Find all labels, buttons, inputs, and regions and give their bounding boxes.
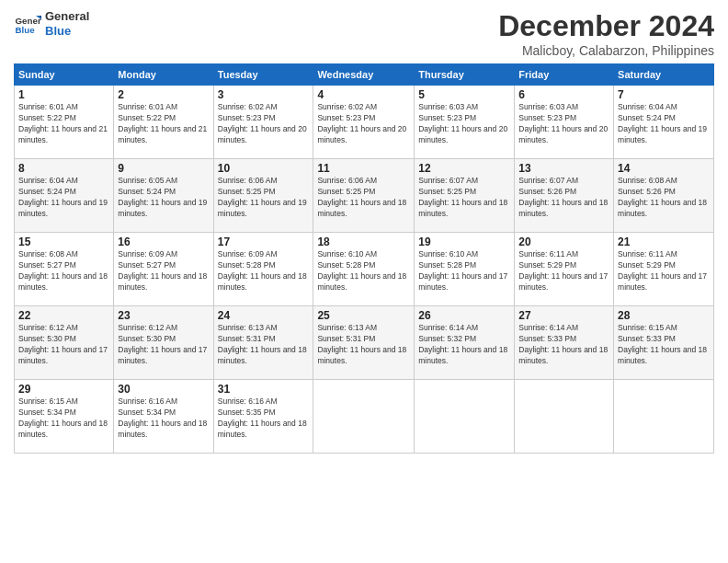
sunset-label: Sunset: 5:26 PM bbox=[618, 187, 676, 196]
day-number: 6 bbox=[518, 88, 609, 101]
calendar-cell: 30 Sunrise: 6:16 AM Sunset: 5:34 PM Dayl… bbox=[114, 380, 213, 454]
day-number: 5 bbox=[418, 88, 510, 101]
day-number: 1 bbox=[18, 88, 109, 101]
day-info: Sunrise: 6:09 AM Sunset: 5:27 PM Dayligh… bbox=[118, 249, 209, 293]
calendar-week-row: 22 Sunrise: 6:12 AM Sunset: 5:30 PM Dayl… bbox=[15, 306, 714, 380]
calendar-cell bbox=[515, 380, 614, 454]
daylight-label: Daylight: 11 hours and 21 minutes. bbox=[118, 124, 207, 144]
calendar-cell: 29 Sunrise: 6:15 AM Sunset: 5:34 PM Dayl… bbox=[15, 380, 114, 454]
calendar-week-row: 15 Sunrise: 6:08 AM Sunset: 5:27 PM Dayl… bbox=[15, 233, 714, 306]
calendar-cell: 14 Sunrise: 6:08 AM Sunset: 5:26 PM Dayl… bbox=[614, 159, 714, 233]
daylight-label: Daylight: 11 hours and 18 minutes. bbox=[218, 271, 307, 292]
logo-icon: General Blue bbox=[14, 10, 41, 38]
daylight-label: Daylight: 11 hours and 18 minutes. bbox=[218, 419, 307, 439]
day-info: Sunrise: 6:01 AM Sunset: 5:22 PM Dayligh… bbox=[118, 102, 209, 146]
sunset-label: Sunset: 5:22 PM bbox=[118, 113, 176, 122]
sunrise-label: Sunrise: 6:10 AM bbox=[317, 249, 377, 259]
sunrise-label: Sunrise: 6:06 AM bbox=[218, 176, 278, 185]
title-section: December 2024 Malicboy, Calabarzon, Phil… bbox=[498, 9, 714, 58]
calendar-day-header: Friday bbox=[515, 64, 614, 86]
sunset-label: Sunset: 5:29 PM bbox=[518, 260, 576, 270]
sunset-label: Sunset: 5:33 PM bbox=[618, 334, 676, 343]
day-info: Sunrise: 6:15 AM Sunset: 5:34 PM Dayligh… bbox=[18, 396, 109, 441]
day-number: 9 bbox=[118, 162, 209, 175]
sunrise-label: Sunrise: 6:11 AM bbox=[518, 249, 578, 259]
calendar-cell: 6 Sunrise: 6:03 AM Sunset: 5:23 PM Dayli… bbox=[515, 86, 614, 159]
logo-line2: Blue bbox=[45, 24, 89, 39]
day-info: Sunrise: 6:07 AM Sunset: 5:26 PM Dayligh… bbox=[518, 176, 609, 220]
sunrise-label: Sunrise: 6:12 AM bbox=[18, 323, 78, 332]
svg-text:Blue: Blue bbox=[16, 24, 36, 34]
day-number: 13 bbox=[518, 162, 609, 175]
sunrise-label: Sunrise: 6:14 AM bbox=[518, 323, 578, 332]
day-number: 14 bbox=[618, 162, 710, 175]
day-number: 29 bbox=[18, 383, 109, 396]
day-number: 7 bbox=[618, 88, 710, 101]
sunrise-label: Sunrise: 6:08 AM bbox=[618, 176, 677, 185]
day-number: 11 bbox=[317, 162, 410, 175]
day-number: 2 bbox=[118, 88, 209, 101]
daylight-label: Daylight: 11 hours and 18 minutes. bbox=[317, 271, 406, 292]
sunset-label: Sunset: 5:29 PM bbox=[618, 260, 676, 270]
sunrise-label: Sunrise: 6:15 AM bbox=[18, 396, 78, 406]
daylight-label: Daylight: 11 hours and 19 minutes. bbox=[118, 198, 207, 218]
calendar-day-header: Wednesday bbox=[313, 64, 415, 86]
calendar-header-row: SundayMondayTuesdayWednesdayThursdayFrid… bbox=[15, 64, 714, 86]
daylight-label: Daylight: 11 hours and 18 minutes. bbox=[118, 271, 207, 292]
sunrise-label: Sunrise: 6:04 AM bbox=[18, 176, 78, 185]
sunrise-label: Sunrise: 6:06 AM bbox=[317, 176, 377, 185]
day-number: 27 bbox=[518, 309, 609, 322]
day-info: Sunrise: 6:04 AM Sunset: 5:24 PM Dayligh… bbox=[618, 102, 710, 146]
sunset-label: Sunset: 5:24 PM bbox=[118, 187, 176, 196]
sunset-label: Sunset: 5:34 PM bbox=[18, 408, 76, 417]
calendar-cell: 16 Sunrise: 6:09 AM Sunset: 5:27 PM Dayl… bbox=[114, 233, 213, 306]
day-info: Sunrise: 6:12 AM Sunset: 5:30 PM Dayligh… bbox=[18, 323, 109, 367]
calendar-cell: 2 Sunrise: 6:01 AM Sunset: 5:22 PM Dayli… bbox=[114, 86, 213, 159]
calendar-day-header: Monday bbox=[114, 64, 213, 86]
sunrise-label: Sunrise: 6:13 AM bbox=[317, 323, 377, 332]
day-info: Sunrise: 6:03 AM Sunset: 5:23 PM Dayligh… bbox=[418, 102, 510, 146]
logo-text: General Blue bbox=[45, 9, 89, 38]
calendar-cell bbox=[415, 380, 515, 454]
day-info: Sunrise: 6:06 AM Sunset: 5:25 PM Dayligh… bbox=[218, 176, 310, 220]
sunrise-label: Sunrise: 6:02 AM bbox=[218, 102, 278, 111]
calendar-cell bbox=[313, 380, 415, 454]
sunrise-label: Sunrise: 6:04 AM bbox=[618, 102, 677, 111]
sunrise-label: Sunrise: 6:14 AM bbox=[418, 323, 478, 332]
daylight-label: Daylight: 11 hours and 18 minutes. bbox=[18, 271, 108, 292]
day-number: 20 bbox=[518, 236, 609, 248]
sunrise-label: Sunrise: 6:01 AM bbox=[18, 102, 78, 111]
day-number: 16 bbox=[118, 236, 209, 248]
sunrise-label: Sunrise: 6:16 AM bbox=[218, 396, 278, 406]
day-number: 17 bbox=[218, 236, 310, 248]
sunrise-label: Sunrise: 6:05 AM bbox=[118, 176, 177, 185]
day-info: Sunrise: 6:14 AM Sunset: 5:33 PM Dayligh… bbox=[518, 323, 609, 367]
calendar-cell bbox=[614, 380, 714, 454]
header: General Blue General Blue December 2024 … bbox=[14, 9, 714, 58]
day-number: 12 bbox=[418, 162, 510, 175]
calendar-cell: 21 Sunrise: 6:11 AM Sunset: 5:29 PM Dayl… bbox=[614, 233, 714, 306]
page: General Blue General Blue December 2024 … bbox=[0, 0, 728, 563]
day-number: 18 bbox=[317, 236, 410, 248]
day-number: 24 bbox=[218, 309, 310, 322]
daylight-label: Daylight: 11 hours and 19 minutes. bbox=[618, 124, 707, 144]
calendar-cell: 25 Sunrise: 6:13 AM Sunset: 5:31 PM Dayl… bbox=[313, 306, 415, 380]
daylight-label: Daylight: 11 hours and 19 minutes. bbox=[18, 198, 108, 218]
day-info: Sunrise: 6:05 AM Sunset: 5:24 PM Dayligh… bbox=[118, 176, 209, 220]
sunset-label: Sunset: 5:31 PM bbox=[218, 334, 276, 343]
day-number: 30 bbox=[118, 383, 209, 396]
day-info: Sunrise: 6:12 AM Sunset: 5:30 PM Dayligh… bbox=[118, 323, 209, 367]
daylight-label: Daylight: 11 hours and 18 minutes. bbox=[317, 345, 406, 365]
daylight-label: Daylight: 11 hours and 18 minutes. bbox=[618, 198, 707, 218]
day-info: Sunrise: 6:16 AM Sunset: 5:34 PM Dayligh… bbox=[118, 396, 209, 441]
calendar-cell: 19 Sunrise: 6:10 AM Sunset: 5:28 PM Dayl… bbox=[415, 233, 515, 306]
calendar-day-header: Sunday bbox=[15, 64, 114, 86]
day-info: Sunrise: 6:09 AM Sunset: 5:28 PM Dayligh… bbox=[218, 249, 310, 293]
day-number: 8 bbox=[18, 162, 109, 175]
sunset-label: Sunset: 5:33 PM bbox=[518, 334, 576, 343]
calendar-cell: 31 Sunrise: 6:16 AM Sunset: 5:35 PM Dayl… bbox=[213, 380, 313, 454]
day-number: 15 bbox=[18, 236, 109, 248]
calendar-cell: 15 Sunrise: 6:08 AM Sunset: 5:27 PM Dayl… bbox=[15, 233, 114, 306]
day-info: Sunrise: 6:16 AM Sunset: 5:35 PM Dayligh… bbox=[218, 396, 310, 441]
day-info: Sunrise: 6:01 AM Sunset: 5:22 PM Dayligh… bbox=[18, 102, 109, 146]
